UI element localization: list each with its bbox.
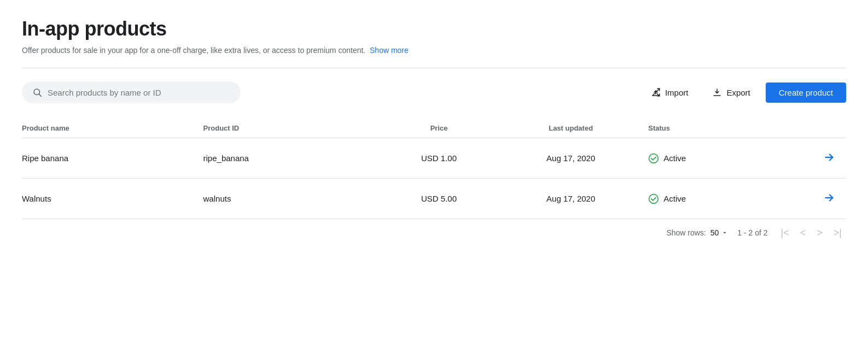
create-product-button[interactable]: Create product (766, 82, 846, 103)
search-input[interactable] (48, 88, 230, 97)
arrow-right-icon (823, 151, 835, 163)
import-icon (651, 87, 661, 97)
show-rows-label: Show rows: (666, 228, 706, 237)
cell-product-id: walnuts (203, 179, 385, 219)
last-page-button[interactable]: >| (829, 226, 846, 240)
cell-price: USD 1.00 (385, 138, 500, 179)
dropdown-icon (721, 229, 729, 237)
col-header-price: Price (385, 119, 500, 138)
show-more-link[interactable]: Show more (370, 46, 409, 55)
next-page-button[interactable]: > (812, 226, 827, 240)
col-header-id: Product ID (203, 119, 385, 138)
col-header-updated: Last updated (500, 119, 648, 138)
status-label: Active (663, 194, 686, 203)
pagination-controls: |< < > >| (777, 226, 846, 240)
cell-arrow (780, 179, 846, 219)
row-detail-button[interactable] (819, 149, 840, 167)
import-button[interactable]: Import (642, 83, 697, 102)
export-button[interactable]: Export (703, 83, 759, 102)
row-detail-button[interactable] (819, 190, 840, 208)
table-footer: Show rows: 50 1 - 2 of 2 |< < > >| (22, 219, 846, 240)
table-row: Ripe banana ripe_banana USD 1.00 Aug 17,… (22, 138, 846, 179)
show-rows-control: Show rows: 50 (666, 228, 729, 237)
cell-price: USD 5.00 (385, 179, 500, 219)
export-label: Export (726, 88, 750, 97)
prev-page-button[interactable]: < (796, 226, 811, 240)
table-row: Walnuts walnuts USD 5.00 Aug 17, 2020 Ac… (22, 179, 846, 219)
status-label: Active (663, 154, 686, 163)
pagination-info: 1 - 2 of 2 (737, 228, 767, 237)
cell-product-id: ripe_banana (203, 138, 385, 179)
toolbar: Import Export Create product (22, 81, 846, 103)
products-table: Product name Product ID Price Last updat… (22, 119, 846, 219)
page-subtitle: Offer products for sale in your app for … (22, 46, 846, 55)
cell-arrow (780, 138, 846, 179)
cell-name: Walnuts (22, 179, 203, 219)
cell-status: Active (648, 179, 780, 219)
status-active-icon (648, 193, 659, 204)
arrow-right-icon (823, 192, 835, 204)
cell-name: Ripe banana (22, 138, 203, 179)
col-header-status: Status (648, 119, 780, 138)
export-icon (712, 87, 722, 97)
rows-value: 50 (710, 228, 719, 237)
svg-line-1 (39, 94, 41, 96)
search-box (22, 81, 241, 103)
cell-updated: Aug 17, 2020 (500, 138, 648, 179)
col-header-name: Product name (22, 119, 203, 138)
cell-status: Active (648, 138, 780, 179)
section-divider (22, 68, 846, 68)
svg-point-8 (649, 154, 659, 163)
cell-updated: Aug 17, 2020 (500, 179, 648, 219)
import-label: Import (665, 88, 689, 97)
svg-point-10 (649, 194, 659, 203)
page-title: In-app products (22, 17, 846, 40)
search-icon (32, 87, 42, 97)
status-active-icon (648, 153, 659, 164)
first-page-button[interactable]: |< (777, 226, 794, 240)
rows-per-page-selector[interactable]: 50 (710, 228, 729, 237)
